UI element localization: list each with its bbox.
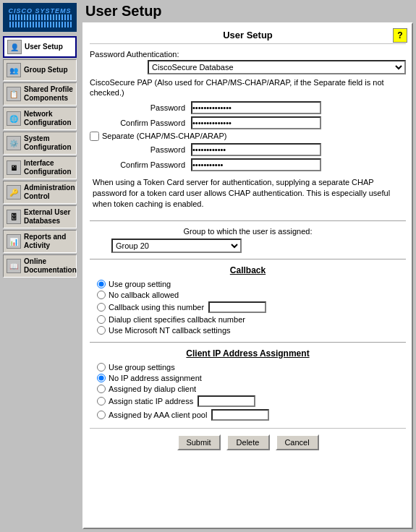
- separator-2: [90, 259, 406, 259]
- password-input[interactable]: [191, 101, 321, 114]
- chap-confirm-row: Confirm Password: [90, 158, 406, 171]
- token-info: When using a Token Card server for authe…: [90, 174, 406, 213]
- ip-aaa-pool-row: Assigned by AAA client pool: [90, 409, 406, 421]
- ip-aaa-pool-label: Assigned by AAA client pool: [109, 411, 207, 419]
- ip-dialup-label: Assigned by dialup client: [109, 385, 196, 393]
- ip-use-group-label: Use group settings: [109, 363, 175, 372]
- client-ip-section: Client IP Address Assignment Use group s…: [90, 348, 406, 421]
- button-row: Submit Delete Cancel: [90, 428, 406, 450]
- form-panel: User Setup ? Password Authentication: Ci…: [82, 22, 413, 529]
- sidebar-item-group-setup[interactable]: 👥 Group Setup: [3, 59, 77, 81]
- cancel-button[interactable]: Cancel: [276, 434, 319, 450]
- separator-3: [90, 342, 406, 343]
- callback-dialup-row: Dialup client specifies callback number: [90, 315, 406, 324]
- callback-section: Callback Use group setting No callback a…: [90, 265, 406, 335]
- separate-chap-checkbox[interactable]: [90, 132, 99, 141]
- user-setup-icon: 👤: [7, 40, 22, 54]
- confirm-password-label: Confirm Password: [90, 119, 191, 127]
- password-auth-select[interactable]: CiscoSecure Database: [148, 60, 406, 74]
- online-docs-icon: 📖: [7, 259, 21, 273]
- sidebar-item-interface-config[interactable]: 🖥 InterfaceConfiguration: [3, 156, 77, 179]
- password-auth-label: Password Authentication:: [90, 50, 406, 59]
- ip-aaa-pool-radio[interactable]: [97, 411, 106, 419]
- separate-chap-label: Separate (CHAP/MS-CHAP/ARAP): [102, 132, 226, 140]
- callback-use-group-label: Use group setting: [109, 280, 171, 288]
- admin-control-icon: 🔑: [7, 185, 21, 200]
- separate-chap-row: Separate (CHAP/MS-CHAP/ARAP): [90, 132, 406, 141]
- callback-dialup-label: Dialup client specifies callback number: [109, 315, 245, 324]
- cisco-logo: CISCO SYSTEMS: [3, 3, 77, 32]
- panel-title: User Setup: [90, 30, 406, 44]
- chap-note: CiscoSecure PAP (Also used for CHAP/MS-C…: [90, 77, 406, 98]
- main-content: User Setup User Setup ? Password Authent…: [80, 0, 416, 532]
- callback-dialup-radio[interactable]: [97, 315, 106, 324]
- confirm-password-row: Confirm Password: [90, 116, 406, 129]
- sidebar-item-online-docs[interactable]: 📖 OnlineDocumentation: [3, 254, 77, 278]
- sidebar-label-reports: Reports andActivity: [24, 233, 66, 250]
- callback-header: Callback: [90, 265, 406, 275]
- sidebar-label-group: Group Setup: [24, 66, 68, 74]
- help-icon[interactable]: ?: [393, 28, 407, 43]
- sidebar-item-shared-profile[interactable]: 📋 Shared ProfileComponents: [3, 82, 77, 106]
- callback-msnt-row: Use Microsoft NT callback settings: [90, 326, 406, 335]
- callback-number-radio[interactable]: [97, 303, 106, 312]
- callback-no-callback-label: No callback allowed: [109, 291, 179, 299]
- group-section: Group to which the user is assigned: Gro…: [90, 227, 406, 253]
- separator-1: [90, 220, 406, 221]
- shared-profile-icon: 📋: [7, 87, 21, 101]
- ip-static-radio[interactable]: [97, 397, 106, 406]
- confirm-password-input[interactable]: [191, 116, 321, 129]
- callback-msnt-label: Use Microsoft NT callback settings: [109, 326, 231, 335]
- ip-no-assign-label: No IP address assignment: [109, 374, 202, 382]
- interface-config-icon: 🖥: [7, 160, 21, 175]
- sidebar-item-user-setup[interactable]: 👤 User Setup: [3, 36, 77, 58]
- sidebar-item-reports[interactable]: 📊 Reports andActivity: [3, 230, 77, 253]
- page-title: User Setup: [82, 3, 413, 20]
- ip-no-assign: No IP address assignment: [90, 374, 406, 382]
- sidebar-label-interface: InterfaceConfiguration: [24, 159, 72, 176]
- chap-password-row: Password: [90, 143, 406, 156]
- callback-no-callback: No callback allowed: [90, 291, 406, 299]
- callback-number-row: Callback using this number: [90, 301, 406, 313]
- callback-use-group-radio[interactable]: [97, 280, 106, 288]
- ip-dialup-radio[interactable]: [97, 385, 106, 393]
- sidebar-label-shared: Shared ProfileComponents: [24, 85, 73, 103]
- delete-button[interactable]: Delete: [226, 434, 270, 450]
- group-label: Group to which the user is assigned:: [90, 227, 406, 236]
- system-config-icon: ⚙️: [7, 136, 21, 150]
- chap-confirm-input[interactable]: [191, 158, 321, 171]
- sidebar-item-system-config[interactable]: ⚙️ SystemConfiguration: [3, 132, 77, 155]
- password-row: Password: [90, 101, 406, 114]
- callback-msnt-radio[interactable]: [97, 326, 106, 335]
- callback-use-group: Use group setting: [90, 280, 406, 288]
- network-config-icon: 🌐: [7, 111, 21, 126]
- ip-static-input[interactable]: [198, 395, 255, 407]
- sidebar-item-external-user[interactable]: 🗄 External UserDatabases: [3, 205, 77, 228]
- external-user-icon: 🗄: [7, 210, 21, 224]
- submit-button[interactable]: Submit: [177, 434, 221, 450]
- password-label: Password: [90, 103, 191, 112]
- chap-confirm-label: Confirm Password: [90, 160, 191, 169]
- sidebar: CISCO SYSTEMS 👤 User Setup 👥 Group Setup…: [0, 0, 80, 532]
- ip-aaa-pool-input[interactable]: [211, 409, 269, 421]
- sidebar-item-admin-control[interactable]: 🔑 AdministrationControl: [3, 181, 77, 204]
- ip-dialup-row: Assigned by dialup client: [90, 385, 406, 393]
- callback-no-callback-radio[interactable]: [97, 291, 106, 299]
- chap-password-label: Password: [90, 145, 191, 154]
- ip-static-label: Assign static IP address: [109, 397, 193, 406]
- sidebar-label-system: SystemConfiguration: [24, 134, 72, 152]
- sidebar-label-admin: AdministrationControl: [24, 184, 75, 201]
- group-setup-icon: 👥: [7, 63, 21, 77]
- ip-use-group: Use group settings: [90, 363, 406, 372]
- ip-static-row: Assign static IP address: [90, 395, 406, 407]
- chap-password-input[interactable]: [191, 143, 321, 156]
- ip-use-group-radio[interactable]: [97, 363, 106, 372]
- sidebar-label-docs: OnlineDocumentation: [24, 257, 77, 275]
- password-auth-section: Password Authentication: CiscoSecure Dat…: [90, 50, 406, 213]
- sidebar-item-label: User Setup: [25, 43, 63, 51]
- sidebar-item-network-config[interactable]: 🌐 NetworkConfiguration: [3, 107, 77, 130]
- group-select[interactable]: Group 20 Group 1 Group 2: [111, 239, 242, 253]
- callback-number-input[interactable]: [208, 301, 266, 313]
- ip-no-assign-radio[interactable]: [97, 374, 106, 382]
- client-ip-header: Client IP Address Assignment: [90, 348, 406, 359]
